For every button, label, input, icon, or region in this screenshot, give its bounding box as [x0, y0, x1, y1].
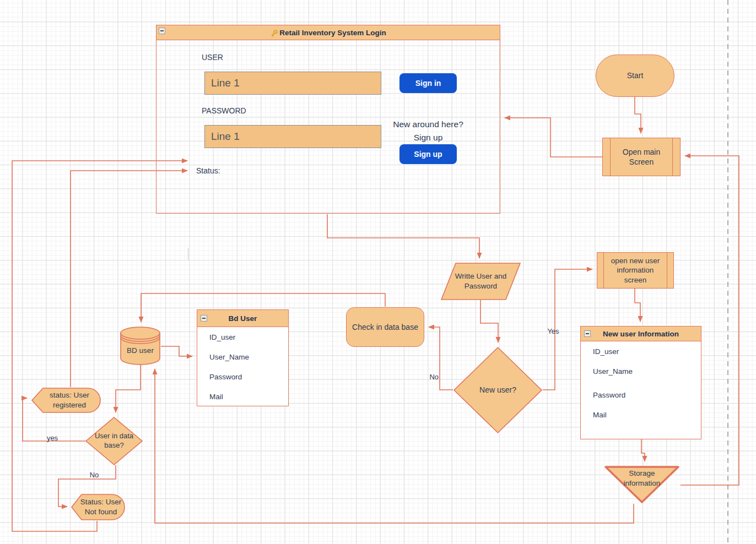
- login-window-title: Retail Inventory System Login: [279, 29, 386, 37]
- node-start[interactable]: Start: [596, 55, 674, 97]
- sign-up-button[interactable]: Sign up: [399, 144, 457, 164]
- table-row[interactable]: Mail: [197, 387, 288, 406]
- signup-prompt-line1: New around here?: [388, 118, 468, 131]
- node-start-label: Start: [627, 70, 644, 80]
- row-label: Password: [593, 391, 625, 399]
- node-new-user-question-label: New user?: [476, 385, 520, 395]
- row-label: User_Name: [593, 367, 633, 376]
- edge-openscreen-nutable: [635, 289, 640, 322]
- edge-label-yes-upper: Yes: [543, 327, 564, 335]
- node-write-user-password-label: Writte User and Password: [447, 271, 515, 291]
- status-label: Status:: [196, 166, 220, 175]
- row-label: Password: [209, 373, 242, 381]
- row-label: Mail: [593, 411, 607, 419]
- node-user-in-db-question[interactable]: User in data base?: [85, 417, 143, 465]
- edge-label-yes-lower: yes: [43, 434, 62, 442]
- node-bd-user-label: BD user: [123, 346, 157, 356]
- new-user-information-header[interactable]: New user Information: [581, 327, 701, 341]
- sign-in-button[interactable]: Sign in: [399, 73, 457, 93]
- sign-in-label: Sign in: [415, 79, 441, 88]
- table-row[interactable]: ID_user: [581, 341, 701, 361]
- node-new-user-question[interactable]: New user?: [453, 347, 542, 433]
- login-window-titlebar[interactable]: Retail Inventory System Login: [156, 25, 500, 40]
- password-label: PASSWORD: [202, 106, 246, 115]
- signup-prompt-line2: Sign up: [388, 131, 468, 144]
- node-open-new-user-screen-label: open new user information screen: [602, 256, 668, 285]
- edge-nutable-storage: [641, 439, 645, 461]
- table-row[interactable]: Mail: [581, 405, 701, 425]
- edge-start-openmain: [635, 97, 641, 133]
- node-status-registered-label: status: User registered: [41, 390, 98, 410]
- edge-bduser-userindb: [116, 365, 141, 412]
- edge-write-newuser: [480, 300, 498, 342]
- edge-label-no-upper: No: [424, 373, 439, 381]
- key-icon: [270, 29, 278, 37]
- user-input[interactable]: Line 1: [204, 72, 381, 95]
- node-storage-information[interactable]: Storage information: [603, 465, 681, 504]
- signup-prompt: New around here? Sign up: [388, 118, 468, 144]
- node-open-new-user-screen[interactable]: open new user information screen: [597, 252, 674, 289]
- node-user-in-db-label: User in data base?: [85, 432, 143, 450]
- edge-bduser-table: [161, 346, 192, 356]
- inner-bar-right: [672, 138, 673, 176]
- collapse-icon[interactable]: [159, 28, 165, 34]
- table-row[interactable]: User_Name: [197, 347, 288, 367]
- sign-up-label: Sign up: [414, 150, 442, 159]
- collapse-icon[interactable]: [584, 330, 591, 337]
- bd-user-table[interactable]: Bd User ID_user User_Name Password Mail: [197, 309, 289, 406]
- password-input-value: Line 1: [211, 130, 240, 143]
- edge-label-no-lower: No: [87, 471, 101, 479]
- bd-user-table-header[interactable]: Bd User: [197, 310, 288, 327]
- bd-user-table-title: Bd User: [229, 314, 257, 323]
- new-user-information-table[interactable]: New user Information ID_user User_Name P…: [580, 326, 701, 439]
- row-label: ID_user: [209, 333, 235, 341]
- node-bd-user-cylinder[interactable]: BD user: [120, 327, 160, 365]
- node-open-main-screen-label: Open main Screen: [611, 147, 672, 167]
- diagram-canvas: Retail Inventory System Login USER Line …: [0, 0, 756, 544]
- collapse-icon[interactable]: [201, 315, 207, 322]
- node-status-not-found[interactable]: Status: User Not found: [71, 493, 126, 521]
- table-row[interactable]: ID_user: [197, 327, 288, 347]
- row-label: Mail: [209, 393, 223, 401]
- table-row[interactable]: Password: [197, 367, 288, 387]
- node-status-not-found-label: Status: User Not found: [75, 497, 126, 516]
- edge-window-write: [327, 214, 479, 258]
- node-write-user-password[interactable]: Writte User and Password: [441, 263, 521, 300]
- node-open-main-screen[interactable]: Open main Screen: [602, 138, 681, 176]
- new-user-information-title: New user Information: [603, 330, 679, 338]
- edge-openmain-window: [505, 118, 602, 157]
- node-status-registered[interactable]: status: User registered: [31, 387, 102, 414]
- login-window[interactable]: Retail Inventory System Login USER Line …: [156, 25, 500, 214]
- node-check-in-db[interactable]: Check in data base: [346, 307, 424, 347]
- user-label: USER: [202, 53, 223, 62]
- password-input[interactable]: Line 1: [204, 125, 381, 148]
- row-label: ID_user: [593, 347, 619, 356]
- node-storage-information-label: Storage information: [615, 469, 669, 488]
- table-row[interactable]: User_Name: [581, 361, 701, 381]
- row-label: User_Name: [209, 353, 249, 361]
- node-check-in-db-label: Check in data base: [352, 322, 418, 332]
- table-row[interactable]: Password: [581, 385, 701, 405]
- user-input-value: Line 1: [211, 77, 240, 89]
